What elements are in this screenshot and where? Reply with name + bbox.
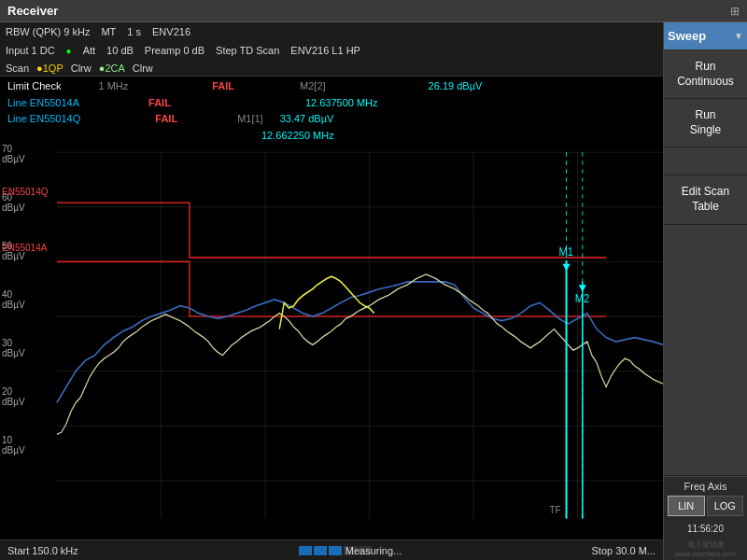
y-label-30: 30 dBµV	[2, 338, 25, 358]
scan-bar: Scan ●1QP Clrw ●2CA Clrw	[0, 60, 663, 77]
lin-button[interactable]: LIN	[668, 496, 705, 516]
spectrum-chart: M1 M2 TF	[0, 77, 663, 539]
rbw-info: RBW (QPK) 9 kHz	[6, 26, 90, 37]
main-layout: RBW (QPK) 9 kHz MT 1 s ENV216 Input 1 DC…	[0, 22, 747, 560]
y-label-40: 40 dBµV	[2, 289, 25, 310]
freq-axis-label: Freq Axis	[664, 477, 747, 494]
stop-freq: Stop 30.0 M...	[592, 545, 655, 556]
svg-text:M1: M1	[558, 245, 572, 258]
dropdown-icon: ▼	[734, 31, 743, 41]
m1-ref: M1[1]	[237, 111, 263, 128]
svg-marker-15	[562, 264, 570, 272]
start-freq: Start 150.0 kHz	[7, 545, 78, 556]
y-label-20: 20 dBµV	[2, 386, 25, 407]
measuring-status: Measuring...	[345, 545, 402, 556]
spacer-btn-1	[664, 147, 747, 175]
m2-freq: 12.637500 MHz	[305, 95, 378, 112]
run-continuous-button[interactable]: Run Continuous	[664, 50, 747, 99]
freq-axis-section: Freq Axis LIN LOG	[664, 476, 747, 520]
chart-area: Limit Check 1 MHz FAIL M2[2] 26.19 dBµV …	[0, 77, 663, 539]
m1-freq: 12.662250 MHz	[261, 130, 334, 141]
right-panel: Sweep ▼ Run Continuous Run Single Edit S…	[663, 22, 747, 560]
env-info: ENV216	[152, 26, 190, 37]
dot-2ca: ●2CA	[99, 63, 125, 74]
grid-icon[interactable]: ⊞	[730, 5, 740, 18]
en55014q-label: EN55014Q	[2, 187, 48, 197]
svg-text:TF: TF	[549, 503, 561, 515]
m1-val: 33.47 dBµV	[280, 111, 334, 128]
fail1-label: FAIL	[212, 78, 234, 95]
time-display: 11:56:20	[664, 520, 747, 538]
clrw2: Clrw	[133, 63, 153, 74]
m2-val: 26.19 dBµV	[429, 78, 483, 95]
title-bar: Receiver ⊞	[0, 0, 747, 22]
fail3-label: FAIL	[155, 111, 177, 128]
time-info: 1 s	[127, 26, 141, 37]
bottom-bar: Start 150.0 kHz Measuring... Stop 30.0 M…	[0, 539, 663, 560]
progress-seg-3	[329, 546, 342, 555]
svg-text:M2: M2	[575, 292, 589, 305]
y-label-70: 70 dBµV	[2, 144, 25, 164]
step-info: Step TD Scan	[216, 45, 279, 56]
run-single-button[interactable]: Run Single	[664, 99, 747, 147]
fail2-label: FAIL	[148, 95, 171, 112]
progress-seg-2	[314, 546, 327, 555]
line-en55014a: Line EN55014A	[7, 95, 79, 112]
left-panel: RBW (QPK) 9 kHz MT 1 s ENV216 Input 1 DC…	[0, 22, 663, 560]
mt-info: MT	[101, 26, 116, 37]
input-bar: Input 1 DC ● Att 10 dB Preamp 0 dB Step …	[0, 41, 663, 60]
app-title: Receiver	[7, 4, 58, 18]
clrw1: Clrw	[71, 63, 92, 74]
m2-ref: M2[2]	[300, 78, 326, 95]
scan-label: Scan	[6, 63, 29, 74]
watermark: 电子发烧友 www.elecfans.com	[664, 538, 747, 560]
line-en55014q: Line EN55014Q	[7, 111, 80, 128]
att-info: Att	[83, 45, 95, 56]
limit-check-label: Limit Check	[7, 78, 61, 95]
sweep-button[interactable]: Sweep ▼	[664, 22, 747, 50]
spacer-btn-2	[664, 225, 747, 476]
env2-info: ENV216 L1 HP	[290, 45, 360, 56]
edit-scan-table-button[interactable]: Edit Scan Table	[664, 175, 747, 224]
en55014a-label: EN55014A	[2, 243, 47, 253]
freq1-label: 1 MHz	[98, 78, 128, 95]
log-button[interactable]: LOG	[707, 496, 744, 516]
att-val: 10 dB	[106, 45, 134, 56]
freq-axis-buttons: LIN LOG	[664, 494, 747, 520]
info-bar: RBW (QPK) 9 kHz MT 1 s ENV216	[0, 22, 663, 41]
input-info: Input 1 DC	[6, 45, 55, 56]
dot-1qp: ●1QP	[36, 63, 63, 74]
progress-seg-1	[299, 546, 312, 555]
y-label-10: 10 dBµV	[2, 435, 25, 455]
preamp-info: Preamp 0 dB	[145, 45, 204, 56]
green-dot: ●	[66, 46, 72, 56]
